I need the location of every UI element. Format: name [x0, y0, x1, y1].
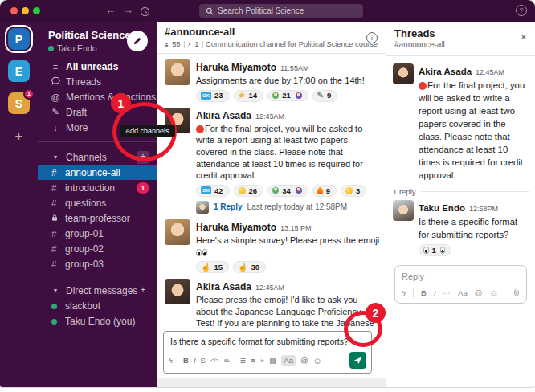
ordered-list-icon[interactable]: ≣ — [240, 356, 247, 365]
sidebar-item-all-unreads[interactable]: ≡All unreads — [38, 59, 157, 74]
message: Haruka Miyamoto13:15 PM Here's a simple … — [165, 219, 381, 273]
reaction-pill[interactable]: 42 — [196, 185, 230, 197]
sidebar-channel-group-01[interactable]: #group-01 — [38, 226, 157, 241]
bullet-list-icon[interactable]: ≡ — [251, 356, 255, 365]
link-icon[interactable]: ∞ — [224, 356, 230, 365]
send-button[interactable] — [349, 352, 366, 369]
sidebar-dm-taku-endo[interactable]: Taku Endo (you) — [38, 313, 157, 329]
sidebar-channel-group-02[interactable]: #group-02 — [38, 241, 157, 256]
shortcuts-icon[interactable]: ϟ — [169, 356, 173, 365]
attach-paperclip-icon[interactable] — [513, 288, 520, 299]
blockquote-icon[interactable]: » — [260, 356, 264, 365]
sidebar-channel-questions[interactable]: #questions — [38, 195, 157, 210]
reaction-pill[interactable]: 9 — [312, 90, 338, 102]
reply-placeholder[interactable]: Reply — [402, 272, 520, 281]
reaction-pill[interactable]: 14 — [234, 90, 264, 102]
reaction-pill[interactable]: 15 — [196, 261, 229, 273]
format-toggle-icon[interactable]: Aa — [281, 355, 296, 366]
reaction-pill[interactable]: 30 — [233, 261, 266, 273]
avatar[interactable] — [393, 200, 414, 221]
sidebar-channel-introduction[interactable]: #introduction1 — [38, 180, 157, 195]
message-composer[interactable]: Is there a specific format for submittin… — [163, 331, 372, 374]
channel-title: #announce-all — [165, 26, 378, 38]
code-block-icon[interactable]: ▤ — [269, 356, 276, 365]
add-workspace-button[interactable]: + — [8, 129, 30, 145]
composer-input[interactable]: Is there a specific format for submittin… — [164, 332, 371, 349]
sidebar-channel-team-professor[interactable]: team-professor — [38, 210, 157, 226]
channel-meta: 55 1 Communication channel for Political… — [165, 40, 378, 48]
sidebar-channel-announce-all[interactable]: #announce-all — [38, 165, 157, 180]
bold-icon[interactable]: B — [421, 288, 427, 298]
history-back-button[interactable]: ← — [105, 4, 116, 17]
threads-panel: Threads #announce-all × Akira Asada12:45… — [386, 22, 535, 387]
titlebar: ← → Search Political Science ? — [0, 0, 535, 22]
help-button[interactable]: ? — [516, 5, 527, 16]
italic-icon[interactable]: I — [434, 288, 436, 298]
avatar — [196, 201, 209, 214]
format-toggle-icon[interactable]: Aa — [458, 288, 468, 298]
emoji-icon[interactable]: ☺ — [313, 356, 322, 365]
reaction-pill[interactable]: 34 — [268, 185, 308, 197]
reply-toolbar: ϟ B I ⋯ Aa @ ☺ — [402, 288, 520, 299]
reaction-pill[interactable]: 26 — [234, 185, 264, 197]
history-forward-button[interactable]: → — [123, 4, 133, 17]
reaction-pill[interactable]: 9 — [312, 185, 337, 197]
zoom-window-button[interactable] — [33, 7, 40, 14]
author-name[interactable]: Akira Asada — [196, 110, 251, 121]
reply-count-row: 1 reply — [393, 187, 529, 196]
italic-icon[interactable]: I — [194, 356, 196, 365]
workspace-icon-e[interactable]: E — [8, 60, 30, 82]
close-icon[interactable]: × — [521, 32, 527, 42]
search-input[interactable]: Search Political Science — [199, 4, 363, 18]
mention-icon[interactable]: @ — [300, 356, 308, 365]
shortcuts-icon[interactable]: ϟ — [402, 288, 406, 298]
emoji-icon[interactable]: ☺ — [489, 288, 498, 298]
search-placeholder: Search Political Science — [218, 6, 304, 15]
hash-icon: # — [51, 259, 60, 269]
pinned-count[interactable]: 1 — [194, 40, 198, 48]
channel-topic[interactable]: Communication channel for Political Scie… — [206, 40, 378, 48]
reaction-pill[interactable]: 23 — [196, 90, 230, 102]
slack-window: ← → Search Political Science ? P E S 1 +… — [0, 0, 535, 387]
reaction-pill[interactable]: 21 — [268, 90, 308, 102]
sidebar-item-threads[interactable]: Threads — [38, 74, 157, 89]
workspace-icon-political-science[interactable]: P — [8, 28, 30, 50]
thread-summary[interactable]: 1 Reply Last reply today at 12:58PM — [196, 201, 381, 214]
sidebar-channel-group-03[interactable]: #group-03 — [38, 256, 157, 272]
presence-dot — [51, 301, 60, 311]
author-name[interactable]: Akira Asada — [196, 281, 251, 292]
workspace-header[interactable]: Political Science∨ Taku Endo — [38, 22, 157, 59]
reply-count-link[interactable]: 1 Reply — [214, 202, 243, 211]
info-icon[interactable]: i — [366, 32, 378, 43]
timestamp: 12:45AM — [476, 68, 504, 76]
author-name[interactable]: Haruka Miyamoto — [196, 222, 276, 233]
author-name[interactable]: Haruka Miyamoto — [196, 62, 276, 73]
message-text: Assignments are due by 17:00 on the 14th… — [196, 75, 381, 87]
add-dm-button[interactable]: + — [137, 284, 149, 297]
bold-icon[interactable]: B — [183, 356, 189, 365]
mention-icon[interactable]: @ — [475, 288, 483, 298]
new-message-button[interactable] — [127, 31, 148, 51]
threads-header: Threads #announce-all × — [386, 22, 535, 56]
avatar[interactable] — [393, 63, 414, 84]
avatar[interactable] — [165, 219, 190, 245]
close-window-button[interactable] — [10, 7, 18, 14]
dm-section-header[interactable]: ▾ Direct messages + — [38, 283, 157, 298]
avatar[interactable] — [165, 279, 190, 304]
minimize-window-button[interactable] — [22, 7, 29, 14]
history-clock-icon[interactable] — [140, 6, 150, 20]
sidebar-dm-slackbot[interactable]: slackbot — [38, 298, 157, 313]
author-name[interactable]: Taku Endo — [419, 203, 465, 213]
reaction-pill[interactable]: 3 — [341, 185, 366, 197]
strikethrough-icon[interactable]: S — [201, 356, 206, 365]
avatar[interactable] — [165, 59, 190, 85]
author-name[interactable]: Akira Asada — [419, 67, 472, 76]
thread-reply-composer[interactable]: Reply ϟ B I ⋯ Aa @ ☺ — [394, 265, 527, 304]
dm-header-label: Direct messages — [66, 285, 137, 296]
workspace-icon-s[interactable]: S 1 — [8, 92, 30, 114]
members-count[interactable]: 55 — [172, 40, 180, 48]
message-text: Here's a simple survey! Please press the… — [196, 235, 379, 245]
reaction-pill[interactable]: 1 — [419, 244, 451, 256]
code-icon[interactable]: </> — [210, 356, 219, 365]
more-icon[interactable]: ⋯ — [443, 288, 451, 298]
